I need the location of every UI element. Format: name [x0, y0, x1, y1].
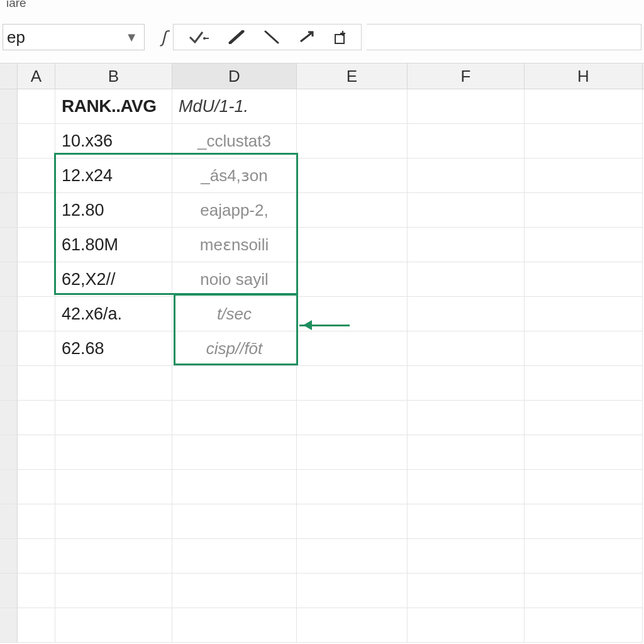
- cell[interactable]: [525, 89, 643, 124]
- pencil-icon[interactable]: [228, 30, 245, 44]
- cell[interactable]: [408, 504, 525, 539]
- cell[interactable]: noio sayil: [172, 262, 297, 297]
- column-header-H[interactable]: H: [525, 64, 643, 89]
- cell[interactable]: [18, 608, 55, 643]
- cell[interactable]: [297, 401, 408, 435]
- cell[interactable]: [408, 262, 525, 297]
- row-header[interactable]: [0, 574, 18, 608]
- cell[interactable]: [525, 608, 643, 643]
- accept-icon[interactable]: [189, 31, 210, 43]
- cell[interactable]: [297, 158, 408, 193]
- row-header[interactable]: [0, 504, 18, 539]
- cell[interactable]: [297, 504, 408, 539]
- cell[interactable]: [172, 504, 297, 539]
- select-all-corner[interactable]: [0, 64, 18, 89]
- cell[interactable]: [172, 608, 297, 643]
- cell[interactable]: [297, 331, 408, 366]
- cell[interactable]: [55, 574, 172, 608]
- cell[interactable]: [525, 297, 643, 331]
- cell[interactable]: [408, 539, 525, 574]
- cell[interactable]: [18, 193, 55, 228]
- cell[interactable]: [408, 435, 525, 470]
- row-header[interactable]: [0, 262, 18, 297]
- cell[interactable]: t/sec: [172, 297, 297, 331]
- cell[interactable]: [55, 504, 172, 539]
- cell[interactable]: [297, 608, 408, 643]
- cell[interactable]: 10.x36: [55, 124, 172, 158]
- cell[interactable]: [18, 401, 55, 435]
- cell[interactable]: [408, 297, 525, 331]
- insert-icon[interactable]: [333, 30, 350, 45]
- cell[interactable]: [172, 401, 297, 435]
- cell[interactable]: [172, 574, 297, 608]
- row-header[interactable]: [0, 608, 18, 643]
- cell[interactable]: [55, 539, 172, 574]
- cell[interactable]: [18, 504, 55, 539]
- cell[interactable]: [18, 262, 55, 297]
- row-header[interactable]: [0, 539, 18, 574]
- row-header[interactable]: [0, 331, 18, 366]
- row-header[interactable]: [0, 470, 18, 504]
- cell[interactable]: [525, 331, 643, 366]
- cell[interactable]: 12.x24: [55, 158, 172, 193]
- cell[interactable]: [408, 193, 525, 228]
- cell[interactable]: [18, 470, 55, 504]
- cell[interactable]: _cclustat3: [172, 124, 297, 158]
- cell[interactable]: [297, 262, 408, 297]
- cell[interactable]: [408, 89, 525, 124]
- cell[interactable]: [408, 574, 525, 608]
- cell[interactable]: [297, 124, 408, 158]
- cell[interactable]: [18, 539, 55, 574]
- cell[interactable]: [18, 331, 55, 366]
- column-header-B[interactable]: B: [55, 64, 172, 89]
- row-header[interactable]: [0, 158, 18, 193]
- cell[interactable]: [55, 608, 172, 643]
- cell[interactable]: 62.68: [55, 331, 172, 366]
- cell[interactable]: [408, 158, 525, 193]
- cell[interactable]: [408, 228, 525, 262]
- cell[interactable]: [297, 435, 408, 470]
- arrow-icon[interactable]: [298, 30, 316, 44]
- cell[interactable]: [18, 158, 55, 193]
- chevron-down-icon[interactable]: ▼: [125, 30, 138, 45]
- cell[interactable]: [408, 331, 525, 366]
- cell[interactable]: cisp//fōt: [172, 331, 297, 366]
- cell[interactable]: [297, 366, 408, 401]
- cell[interactable]: eajapp-2,: [172, 193, 297, 228]
- cell[interactable]: [172, 366, 297, 401]
- column-header-D[interactable]: D: [172, 64, 297, 89]
- row-header[interactable]: [0, 401, 18, 435]
- line-icon[interactable]: [263, 30, 280, 44]
- cell[interactable]: [297, 574, 408, 608]
- cell[interactable]: [408, 608, 525, 643]
- cell[interactable]: [55, 366, 172, 401]
- cell[interactable]: [172, 470, 297, 504]
- row-header[interactable]: [0, 435, 18, 470]
- row-header[interactable]: [0, 366, 18, 401]
- cell-header-D[interactable]: MdU/1-1.: [172, 89, 297, 124]
- row-header[interactable]: [0, 228, 18, 262]
- cell[interactable]: [297, 89, 408, 124]
- cell[interactable]: [18, 124, 55, 158]
- cell[interactable]: [18, 297, 55, 331]
- cell[interactable]: [525, 193, 643, 228]
- cell[interactable]: _ás4,ɜon: [172, 158, 297, 193]
- cell[interactable]: [172, 539, 297, 574]
- cell[interactable]: [18, 89, 55, 124]
- column-header-A[interactable]: A: [18, 64, 55, 89]
- cell[interactable]: [297, 193, 408, 228]
- column-header-F[interactable]: F: [408, 64, 525, 89]
- cell[interactable]: [297, 470, 408, 504]
- cell[interactable]: meɛnsoili: [172, 228, 297, 262]
- cell[interactable]: [408, 470, 525, 504]
- cell[interactable]: 61.80M: [55, 228, 172, 262]
- cell[interactable]: [525, 262, 643, 297]
- cell[interactable]: [18, 366, 55, 401]
- cell[interactable]: [297, 539, 408, 574]
- cell[interactable]: [408, 124, 525, 158]
- cell[interactable]: 42.x6/a.: [55, 297, 172, 331]
- cell[interactable]: [18, 435, 55, 470]
- row-header[interactable]: [0, 297, 18, 331]
- cell[interactable]: [55, 435, 172, 470]
- cell[interactable]: [525, 470, 643, 504]
